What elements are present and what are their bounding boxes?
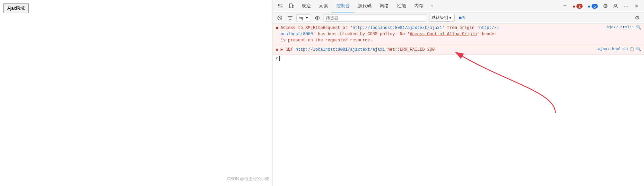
console-input-line: > xyxy=(273,55,644,62)
inspect-icon[interactable] xyxy=(276,1,285,11)
error-2-expand-arrow[interactable]: ▶ xyxy=(280,47,283,52)
device-toggle-icon[interactable] xyxy=(287,1,296,11)
error-badge-button[interactable]: ● 2 xyxy=(571,3,585,10)
svg-rect-2 xyxy=(293,5,294,8)
context-dropdown-arrow: ▼ xyxy=(305,16,309,20)
more-menu-icon[interactable]: ⋯ xyxy=(621,1,631,11)
error-1-text: Access to XMLHttpRequest at 'http://loca… xyxy=(280,25,604,43)
close-devtools-icon[interactable]: ✕ xyxy=(632,1,641,11)
tab-performance[interactable]: 性能 xyxy=(393,0,410,12)
error-1-icon: ✖ xyxy=(276,25,278,31)
top-right-icons: + ● 2 ● 5 ⚙ ⋯ ✕ xyxy=(560,1,641,11)
issue-count-button[interactable]: 5 xyxy=(457,15,467,21)
tab-network[interactable]: 网络 xyxy=(376,0,393,12)
user-icon[interactable] xyxy=(611,1,621,11)
watermark: CSDN @假正经的小柴 xyxy=(227,176,269,182)
top-context-label: top xyxy=(299,16,305,20)
console-prompt-icon: > xyxy=(276,56,278,61)
error-2-search-icon[interactable]: 🔍 xyxy=(636,47,641,52)
add-tab-button[interactable]: + xyxy=(560,1,570,11)
console-error-2: ✖ ▶ GET http://localhost:8081/ajaxtext/a… xyxy=(273,45,644,55)
filter-input[interactable] xyxy=(324,14,427,22)
svg-point-8 xyxy=(317,17,318,19)
console-output: ✖ Access to XMLHttpRequest at 'http://lo… xyxy=(273,23,644,186)
devtools-panel: 欢迎 元素 控制台 源代码 网络 性能 内存 » + ● 2 ● 5 ⚙ xyxy=(273,0,644,186)
error-1-search-icon[interactable]: 🔍 xyxy=(636,25,641,30)
console-error-1: ✖ Access to XMLHttpRequest at 'http://lo… xyxy=(273,23,644,45)
error-2-icon: ✖ xyxy=(276,47,278,53)
error-1-url-link[interactable]: http://localhost:8081/ajaxtext/ajax1 xyxy=(353,26,442,30)
svg-line-6 xyxy=(279,17,281,19)
devtools-tabs: 欢迎 元素 控制台 源代码 网络 性能 内存 » xyxy=(298,0,559,12)
devtools-top-bar: 欢迎 元素 控制台 源代码 网络 性能 内存 » + ● 2 ● 5 ⚙ xyxy=(273,0,644,12)
error-count-badge: 2 xyxy=(576,4,583,9)
error-2-source-link[interactable]: ajax7.html:23 xyxy=(598,47,628,51)
error-2-status: net::ERR_FAILED 200 xyxy=(387,47,435,52)
error-2-url-link[interactable]: http://localhost:8081/ajaxtext/ajax1 xyxy=(296,47,385,52)
console-cursor[interactable] xyxy=(279,56,280,61)
error-2-info-icon[interactable]: ⓘ xyxy=(630,47,634,52)
error-2-text: ▶ GET http://localhost:8081/ajaxtext/aja… xyxy=(280,47,596,53)
issue-dot-icon xyxy=(459,17,462,19)
console-toolbar: top ▼ 默认级别 ▼ 5 ⚙ xyxy=(273,12,644,23)
svg-rect-0 xyxy=(278,4,280,6)
more-tabs-icon[interactable]: » xyxy=(427,1,437,11)
log-level-dropdown[interactable]: 默认级别 ▼ xyxy=(429,14,455,22)
top-context-dropdown[interactable]: top ▼ xyxy=(296,14,311,21)
page-area: Ajax跨域 CSDN @假正经的小柴 xyxy=(0,0,273,186)
header-name-text: Access-Control-Allow-Origin xyxy=(410,32,477,37)
tab-console[interactable]: 控制台 xyxy=(332,0,354,12)
tab-sources[interactable]: 源代码 xyxy=(354,0,376,12)
error-1-source-link[interactable]: ajax7.html:1 xyxy=(607,25,634,29)
get-label: GET xyxy=(286,47,296,52)
clear-console-icon[interactable] xyxy=(276,14,284,22)
tab-welcome[interactable]: 欢迎 xyxy=(298,0,315,12)
ajax-cross-domain-button[interactable]: Ajax跨域 xyxy=(3,3,29,13)
eye-icon[interactable] xyxy=(313,14,321,22)
level-dropdown-arrow: ▼ xyxy=(449,16,452,20)
filter-messages-icon[interactable] xyxy=(286,14,294,22)
log-level-label: 默认级别 xyxy=(432,15,448,21)
issue-count-label: 5 xyxy=(463,16,465,20)
svg-point-7 xyxy=(315,17,319,19)
svg-point-4 xyxy=(615,4,617,6)
tab-elements[interactable]: 元素 xyxy=(315,0,332,12)
warning-badge-button[interactable]: ● 5 xyxy=(585,3,600,10)
console-settings-icon[interactable]: ⚙ xyxy=(633,14,641,22)
tab-memory[interactable]: 内存 xyxy=(410,0,427,12)
warning-count-badge: 5 xyxy=(592,4,598,9)
settings-icon[interactable]: ⚙ xyxy=(601,1,610,11)
svg-point-3 xyxy=(290,7,291,7)
